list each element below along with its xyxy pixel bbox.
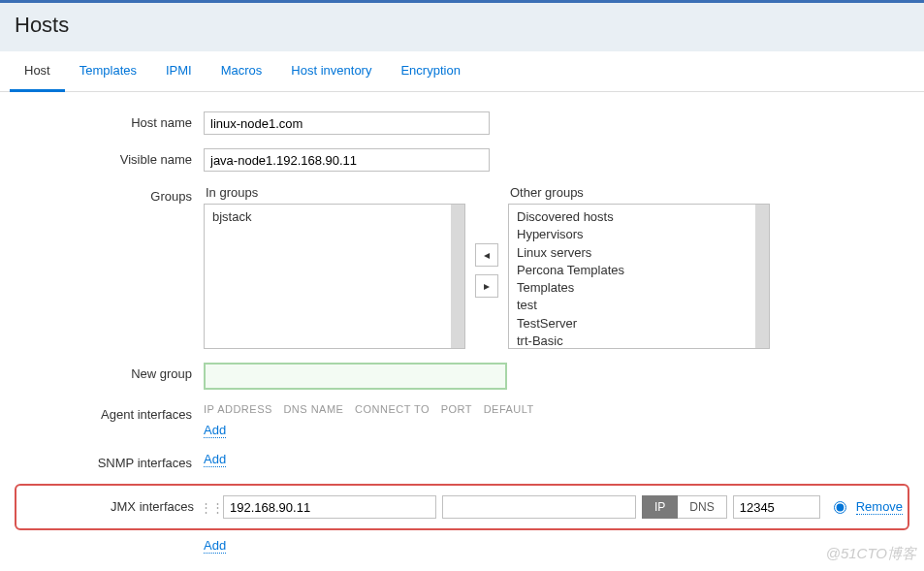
jmx-port-input[interactable] [733, 495, 820, 519]
hostname-input[interactable] [204, 111, 490, 135]
agent-iface-header: IP ADDRESS DNS NAME CONNECT TO PORT DEFA… [204, 403, 909, 415]
jmx-interface-row: ⋮⋮ IP DNS Remove [206, 495, 908, 519]
tab-encryption[interactable]: Encryption [386, 51, 474, 91]
list-item[interactable]: bjstack [207, 208, 462, 226]
list-item[interactable]: Percona Templates [511, 262, 767, 279]
page-title: Hosts [15, 13, 909, 38]
tabs-bar: Host Templates IPMI Macros Host inventor… [0, 51, 924, 92]
other-groups-listbox[interactable]: Discovered hosts Hypervisors Linux serve… [508, 204, 770, 349]
in-groups-listbox[interactable]: bjstack [204, 204, 465, 349]
drag-handle-icon[interactable]: ⋮⋮ [206, 497, 217, 517]
tab-macros[interactable]: Macros [207, 51, 277, 91]
tab-host[interactable]: Host [10, 51, 65, 92]
jmx-dns-input[interactable] [442, 495, 636, 519]
toggle-dns-button[interactable]: DNS [678, 495, 726, 519]
jmx-ip-input[interactable] [223, 495, 436, 519]
jmx-highlight-box: JMX interfaces ⋮⋮ IP DNS Remove [15, 484, 909, 530]
jmx-add-link[interactable]: Add [204, 538, 226, 554]
list-item[interactable]: test [511, 297, 767, 314]
new-group-label: New group [15, 363, 204, 381]
jmx-default-radio[interactable] [834, 501, 846, 514]
list-item[interactable]: trt-Basic [511, 333, 767, 349]
snmp-interfaces-label: SNMP interfaces [15, 452, 204, 470]
visiblename-input[interactable] [204, 148, 490, 172]
page-header: Hosts [0, 0, 924, 51]
tab-ipmi[interactable]: IPMI [151, 51, 207, 91]
in-groups-header: In groups [204, 185, 465, 200]
agent-add-link[interactable]: Add [204, 423, 226, 438]
new-group-input[interactable] [204, 363, 507, 390]
groups-label: Groups [15, 185, 204, 204]
form-body: Host name Visible name Groups In groups … [0, 92, 924, 571]
tab-host-inventory[interactable]: Host inventory [276, 51, 386, 91]
jmx-remove-link[interactable]: Remove [856, 499, 903, 515]
tab-templates[interactable]: Templates [65, 51, 151, 91]
list-item[interactable]: Templates [511, 279, 767, 297]
connect-to-toggle: IP DNS [642, 495, 727, 519]
list-item[interactable]: TestServer [511, 315, 767, 333]
list-item[interactable]: Discovered hosts [511, 208, 767, 226]
list-item[interactable]: Hypervisors [511, 226, 767, 243]
other-groups-header: Other groups [508, 185, 770, 200]
hostname-label: Host name [15, 111, 204, 130]
agent-interfaces-label: Agent interfaces [15, 403, 204, 422]
move-right-button[interactable]: ▸ [475, 274, 498, 298]
move-left-button[interactable]: ◂ [475, 243, 498, 267]
snmp-add-link[interactable]: Add [204, 452, 226, 467]
visiblename-label: Visible name [15, 148, 204, 167]
list-item[interactable]: Linux servers [511, 244, 767, 262]
jmx-interfaces-label: JMX interfaces [16, 495, 206, 514]
toggle-ip-button[interactable]: IP [642, 495, 678, 519]
